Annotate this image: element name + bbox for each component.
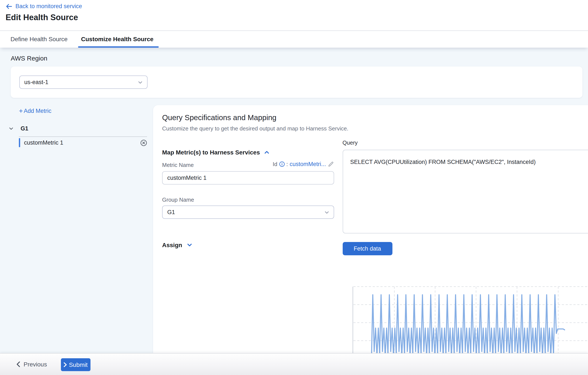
tab-define-health-source[interactable]: Define Health Source	[10, 35, 68, 42]
panel-subheading: Customize the query to get the desired o…	[162, 125, 348, 131]
edit-pencil-icon[interactable]	[328, 161, 334, 167]
query-label: Query	[342, 139, 358, 146]
previous-button[interactable]: Previous	[16, 358, 47, 371]
aws-region-select[interactable]: us-east-1	[19, 75, 147, 89]
map-metrics-label: Map Metric(s) to Harness Services	[162, 149, 260, 156]
aws-region-select-value: us-east-1	[24, 79, 48, 86]
chevron-down-icon	[324, 210, 329, 215]
edit-health-source-window: AWS Region us-east-1 + Add Metric G1 cus…	[0, 0, 588, 375]
group-name-select-value: G1	[167, 209, 175, 215]
query-specifications-panel: Query Specifications and Mapping Customi…	[153, 105, 588, 353]
plus-icon: +	[19, 108, 23, 114]
chevron-down-icon[interactable]	[9, 126, 14, 131]
previous-button-label: Previous	[24, 361, 47, 368]
chevron-up-icon[interactable]	[264, 149, 270, 155]
chevron-down-icon	[137, 80, 143, 85]
metric-id-link[interactable]: customMetri...	[290, 161, 326, 167]
chart-series-line	[371, 295, 565, 353]
chevron-right-icon	[63, 362, 67, 367]
metric-name-label: Metric Name	[162, 161, 194, 168]
group-divider	[19, 136, 147, 137]
back-to-monitored-service-link[interactable]: Back to monitored service	[6, 3, 82, 10]
metric-preview-chart	[353, 283, 588, 353]
fetch-data-button[interactable]: Fetch data	[342, 242, 392, 255]
assign-label: Assign	[162, 241, 182, 248]
back-link-label: Back to monitored service	[15, 3, 82, 10]
metric-group-label: G1	[21, 125, 28, 132]
query-textarea[interactable]: SELECT AVG(CPUUtilization) FROM SCHEMA("…	[342, 150, 588, 233]
page-title: Edit Health Source	[6, 13, 78, 22]
tab-bar: Define Health Source Customize Health So…	[0, 31, 588, 48]
arrow-left-icon	[6, 4, 12, 9]
tab-customize-health-source[interactable]: Customize Health Source	[81, 35, 154, 42]
query-text: SELECT AVG(CPUUtilization) FROM SCHEMA("…	[350, 159, 536, 165]
map-metrics-section-toggle[interactable]: Map Metric(s) to Harness Services	[162, 149, 270, 156]
add-metric-button[interactable]: + Add Metric	[19, 108, 52, 114]
info-icon[interactable]	[279, 161, 284, 167]
group-name-label: Group Name	[162, 196, 194, 203]
submit-button[interactable]: Submit	[61, 358, 90, 371]
chevron-down-icon[interactable]	[186, 242, 192, 248]
footer-action-bar: Previous Submit	[0, 353, 588, 375]
chevron-left-icon	[16, 361, 20, 367]
id-label: Id	[273, 161, 277, 167]
submit-button-label: Submit	[69, 361, 87, 368]
panel-heading: Query Specifications and Mapping	[162, 113, 276, 122]
active-tab-underline	[78, 46, 159, 48]
group-name-select[interactable]: G1	[162, 205, 334, 219]
add-metric-label: Add Metric	[24, 108, 52, 114]
metric-group-header[interactable]: G1	[9, 125, 28, 132]
remove-metric-icon[interactable]	[140, 139, 147, 146]
metric-list-item[interactable]: customMetric 1	[19, 138, 147, 147]
aws-region-card: us-east-1	[10, 66, 582, 98]
metric-id-row: Id : customMetri...	[265, 161, 334, 167]
selected-indicator-bar	[19, 138, 20, 147]
metric-name-input[interactable]	[162, 171, 334, 184]
id-separator: :	[286, 161, 288, 167]
metric-item-label: customMetric 1	[24, 139, 140, 146]
page-header: Back to monitored service Edit Health So…	[0, 0, 588, 31]
assign-section-toggle[interactable]: Assign	[162, 241, 192, 248]
content-area: AWS Region us-east-1 + Add Metric G1 cus…	[0, 48, 588, 353]
aws-region-label: AWS Region	[11, 54, 47, 62]
